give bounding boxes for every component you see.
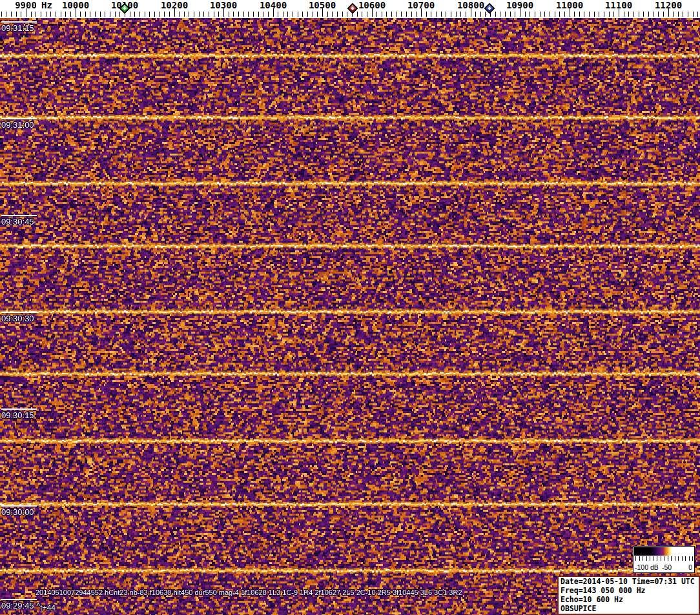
marker-blue-diamond[interactable] — [484, 3, 495, 14]
freq-minor-tick — [559, 12, 560, 17]
time-label: 09:31:00 — [1, 120, 34, 130]
freq-minor-tick — [65, 12, 66, 17]
freq-minor-tick — [41, 12, 41, 17]
freq-minor-tick — [169, 12, 170, 17]
db-scale-tick — [692, 556, 693, 561]
freq-unit-label: Hz — [41, 0, 52, 10]
time-label-text: 09:30:00 — [1, 507, 34, 517]
freq-minor-tick — [441, 12, 442, 17]
freq-minor-tick — [456, 12, 457, 17]
freq-label: 11000 — [556, 0, 583, 10]
freq-minor-tick — [643, 12, 644, 17]
freq-minor-tick — [313, 12, 313, 17]
freq-minor-tick — [263, 12, 263, 17]
freq-minor-tick — [268, 12, 269, 17]
freq-minor-tick — [431, 12, 431, 17]
time-label: 09:31:15 — [1, 23, 34, 33]
freq-minor-tick — [110, 12, 110, 17]
freq-minor-tick — [599, 12, 599, 17]
freq-minor-tick — [327, 12, 328, 17]
freq-minor-tick — [550, 12, 550, 17]
freq-minor-tick — [46, 12, 46, 17]
freq-minor-tick — [535, 12, 535, 17]
freq-minor-tick — [347, 12, 347, 17]
spectrogram-window: 9900100001010010200103001040010500106001… — [0, 0, 700, 615]
freq-minor-tick — [229, 12, 229, 17]
freq-minor-tick — [199, 12, 200, 17]
freq-minor-tick — [589, 12, 590, 17]
freq-minor-tick — [184, 12, 185, 17]
freq-minor-tick — [466, 12, 466, 17]
marker-center-dot — [351, 6, 355, 10]
freq-minor-tick — [100, 12, 101, 17]
freq-minor-tick — [149, 12, 150, 17]
freq-minor-tick — [317, 12, 318, 17]
freq-minor-tick — [253, 12, 254, 17]
freq-minor-tick — [164, 12, 165, 17]
marker-red-diamond[interactable] — [347, 3, 358, 14]
freq-minor-tick — [663, 12, 664, 17]
db-scale-tick — [678, 556, 679, 561]
station-info-box: Date=2014-05-10 Time=07:31 UTCFreq=143 0… — [557, 576, 700, 615]
freq-minor-tick — [298, 12, 298, 17]
freq-label: 10200 — [161, 0, 188, 10]
freq-minor-tick — [85, 12, 86, 17]
time-label-text: 09:29:45 — [1, 601, 34, 610]
time-tick — [1, 599, 37, 600]
freq-minor-tick — [248, 12, 249, 17]
time-label: 09:30:00 — [1, 507, 34, 517]
freq-minor-tick — [654, 12, 654, 17]
freq-minor-tick — [386, 12, 387, 17]
freq-minor-tick — [302, 12, 303, 17]
freq-label: 9900 — [15, 0, 37, 10]
freq-minor-tick — [495, 12, 496, 17]
freq-minor-tick — [134, 12, 135, 17]
freq-minor-tick — [115, 12, 116, 17]
freq-minor-tick — [678, 12, 679, 17]
freq-minor-tick — [485, 12, 486, 17]
freq-minor-tick — [391, 12, 392, 17]
freq-label: 10400 — [260, 0, 287, 10]
time-cursor-caret: ^ — [34, 601, 41, 610]
db-scale-tick — [689, 556, 690, 561]
db-scale-tick — [664, 556, 664, 561]
freq-minor-tick — [367, 12, 367, 17]
frequency-ruler: 9900100001010010200103001040010500106001… — [0, 0, 700, 18]
freq-minor-tick — [555, 12, 555, 17]
db-scale-tick — [646, 556, 647, 561]
freq-minor-tick — [401, 12, 402, 17]
freq-minor-tick — [564, 12, 565, 17]
freq-label: 10300 — [210, 0, 237, 10]
freq-minor-tick — [119, 12, 120, 17]
freq-minor-tick — [80, 12, 81, 17]
freq-minor-tick — [307, 12, 308, 17]
freq-minor-tick — [342, 12, 343, 17]
freq-minor-tick — [90, 12, 90, 17]
freq-minor-tick — [505, 12, 506, 17]
freq-minor-tick — [357, 12, 358, 17]
info-line: Echo=10 600 Hz — [561, 595, 697, 604]
db-scale-tick — [650, 556, 650, 561]
freq-minor-tick — [160, 12, 160, 17]
freq-minor-tick — [139, 12, 140, 17]
db-scale-tick — [668, 556, 668, 561]
freq-minor-tick — [203, 12, 204, 17]
info-line: Freq=143 050 000 Hz — [561, 586, 697, 595]
db-scale-tick — [671, 556, 672, 561]
freq-label: 11200 — [655, 0, 682, 10]
freq-minor-tick — [145, 12, 145, 17]
db-color-scale: -100 dB -50 0 — [633, 546, 695, 573]
db-scale-tick — [635, 556, 636, 561]
db-scale-tick — [643, 556, 643, 561]
freq-minor-tick — [1, 12, 2, 17]
freq-minor-tick — [525, 12, 526, 17]
time-tick — [1, 312, 37, 313]
freq-minor-tick — [50, 12, 51, 17]
freq-minor-tick — [283, 12, 283, 17]
db-label-mid: -50 — [662, 563, 672, 571]
freq-minor-tick — [376, 12, 377, 17]
db-label-max: 0 — [688, 563, 692, 571]
marker-center-dot — [488, 6, 491, 10]
freq-minor-tick — [382, 12, 382, 17]
freq-minor-tick — [633, 12, 634, 17]
